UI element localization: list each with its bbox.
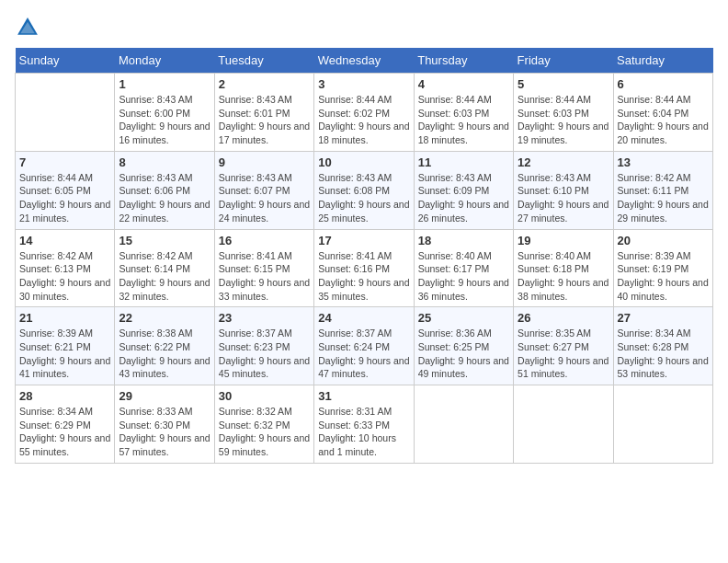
calendar-cell: 4Sunrise: 8:44 AMSunset: 6:03 PMDaylight… — [414, 74, 513, 152]
day-number: 29 — [119, 389, 210, 403]
calendar-cell: 19Sunrise: 8:40 AMSunset: 6:18 PMDayligh… — [514, 229, 613, 307]
calendar-cell — [514, 385, 613, 464]
day-info: Sunrise: 8:35 AMSunset: 6:27 PMDaylight:… — [518, 327, 609, 381]
weekday-friday: Friday — [514, 48, 613, 74]
calendar-cell: 24Sunrise: 8:37 AMSunset: 6:24 PMDayligh… — [314, 307, 414, 385]
page-header — [15, 15, 713, 40]
weekday-saturday: Saturday — [613, 48, 712, 74]
calendar-cell: 27Sunrise: 8:34 AMSunset: 6:28 PMDayligh… — [613, 307, 712, 385]
calendar-cell: 23Sunrise: 8:37 AMSunset: 6:23 PMDayligh… — [214, 307, 313, 385]
day-info: Sunrise: 8:42 AMSunset: 6:13 PMDaylight:… — [19, 249, 110, 304]
day-number: 10 — [318, 155, 409, 169]
day-number: 21 — [19, 311, 110, 325]
calendar-cell: 11Sunrise: 8:43 AMSunset: 6:09 PMDayligh… — [414, 151, 513, 229]
calendar-cell: 18Sunrise: 8:40 AMSunset: 6:17 PMDayligh… — [414, 229, 513, 307]
calendar-cell: 28Sunrise: 8:34 AMSunset: 6:29 PMDayligh… — [16, 385, 115, 464]
weekday-tuesday: Tuesday — [214, 48, 313, 74]
day-info: Sunrise: 8:44 AMSunset: 6:03 PMDaylight:… — [418, 93, 509, 147]
day-info: Sunrise: 8:43 AMSunset: 6:07 PMDaylight:… — [219, 171, 310, 225]
day-number: 1 — [119, 77, 210, 91]
day-number: 7 — [19, 155, 110, 169]
week-row-2: 14Sunrise: 8:42 AMSunset: 6:13 PMDayligh… — [16, 229, 713, 307]
day-number: 24 — [318, 311, 409, 325]
day-info: Sunrise: 8:42 AMSunset: 6:11 PMDaylight:… — [618, 171, 709, 225]
calendar-cell — [613, 385, 712, 464]
weekday-thursday: Thursday — [414, 48, 513, 74]
day-info: Sunrise: 8:34 AMSunset: 6:29 PMDaylight:… — [19, 405, 110, 459]
day-info: Sunrise: 8:43 AMSunset: 6:06 PMDaylight:… — [119, 171, 210, 225]
calendar-cell: 16Sunrise: 8:41 AMSunset: 6:15 PMDayligh… — [214, 229, 313, 307]
day-number: 14 — [19, 234, 110, 247]
day-number: 23 — [219, 311, 310, 325]
calendar-cell: 25Sunrise: 8:36 AMSunset: 6:25 PMDayligh… — [414, 307, 513, 385]
weekday-header-row: SundayMondayTuesdayWednesdayThursdayFrid… — [16, 48, 713, 74]
day-info: Sunrise: 8:40 AMSunset: 6:17 PMDaylight:… — [418, 249, 509, 304]
calendar-cell: 29Sunrise: 8:33 AMSunset: 6:30 PMDayligh… — [115, 385, 214, 464]
day-number: 2 — [219, 77, 310, 91]
day-number: 30 — [219, 389, 310, 403]
day-info: Sunrise: 8:41 AMSunset: 6:15 PMDaylight:… — [219, 249, 310, 304]
day-info: Sunrise: 8:40 AMSunset: 6:18 PMDaylight:… — [518, 249, 609, 304]
day-info: Sunrise: 8:37 AMSunset: 6:24 PMDaylight:… — [318, 327, 409, 381]
day-number: 8 — [119, 155, 210, 169]
calendar-cell — [414, 385, 513, 464]
day-number: 26 — [518, 311, 609, 325]
day-info: Sunrise: 8:43 AMSunset: 6:08 PMDaylight:… — [318, 171, 409, 225]
calendar-cell: 8Sunrise: 8:43 AMSunset: 6:06 PMDaylight… — [115, 151, 214, 229]
weekday-wednesday: Wednesday — [314, 48, 414, 74]
calendar-cell: 13Sunrise: 8:42 AMSunset: 6:11 PMDayligh… — [613, 151, 712, 229]
day-number: 18 — [418, 234, 509, 247]
day-number: 16 — [219, 234, 310, 247]
day-info: Sunrise: 8:37 AMSunset: 6:23 PMDaylight:… — [219, 327, 310, 381]
day-number: 13 — [618, 155, 709, 169]
calendar-cell: 21Sunrise: 8:39 AMSunset: 6:21 PMDayligh… — [16, 307, 115, 385]
day-info: Sunrise: 8:44 AMSunset: 6:04 PMDaylight:… — [618, 93, 709, 147]
day-info: Sunrise: 8:32 AMSunset: 6:32 PMDaylight:… — [219, 405, 310, 459]
day-number: 5 — [518, 77, 609, 91]
calendar-cell: 22Sunrise: 8:38 AMSunset: 6:22 PMDayligh… — [115, 307, 214, 385]
day-info: Sunrise: 8:44 AMSunset: 6:03 PMDaylight:… — [518, 93, 609, 147]
calendar-cell: 17Sunrise: 8:41 AMSunset: 6:16 PMDayligh… — [314, 229, 414, 307]
calendar-cell: 14Sunrise: 8:42 AMSunset: 6:13 PMDayligh… — [16, 229, 115, 307]
day-number: 19 — [518, 234, 609, 247]
day-number: 20 — [618, 234, 709, 247]
day-number: 6 — [618, 77, 709, 91]
day-info: Sunrise: 8:44 AMSunset: 6:02 PMDaylight:… — [318, 93, 409, 147]
day-info: Sunrise: 8:39 AMSunset: 6:21 PMDaylight:… — [19, 327, 110, 381]
calendar-cell: 7Sunrise: 8:44 AMSunset: 6:05 PMDaylight… — [16, 151, 115, 229]
day-info: Sunrise: 8:43 AMSunset: 6:09 PMDaylight:… — [418, 171, 509, 225]
day-info: Sunrise: 8:31 AMSunset: 6:33 PMDaylight:… — [318, 405, 409, 459]
day-number: 12 — [518, 155, 609, 169]
day-number: 17 — [318, 234, 409, 247]
day-info: Sunrise: 8:33 AMSunset: 6:30 PMDaylight:… — [119, 405, 210, 459]
week-row-0: 1Sunrise: 8:43 AMSunset: 6:00 PMDaylight… — [16, 74, 713, 152]
calendar-cell: 2Sunrise: 8:43 AMSunset: 6:01 PMDaylight… — [214, 74, 313, 152]
calendar-cell: 20Sunrise: 8:39 AMSunset: 6:19 PMDayligh… — [613, 229, 712, 307]
week-row-1: 7Sunrise: 8:44 AMSunset: 6:05 PMDaylight… — [16, 151, 713, 229]
logo — [15, 15, 44, 40]
calendar-cell: 10Sunrise: 8:43 AMSunset: 6:08 PMDayligh… — [314, 151, 414, 229]
calendar-cell: 15Sunrise: 8:42 AMSunset: 6:14 PMDayligh… — [115, 229, 214, 307]
day-number: 4 — [418, 77, 509, 91]
calendar-cell: 3Sunrise: 8:44 AMSunset: 6:02 PMDaylight… — [314, 74, 414, 152]
calendar-table: SundayMondayTuesdayWednesdayThursdayFrid… — [15, 48, 713, 464]
calendar-cell: 30Sunrise: 8:32 AMSunset: 6:32 PMDayligh… — [214, 385, 313, 464]
weekday-monday: Monday — [115, 48, 214, 74]
day-number: 27 — [618, 311, 709, 325]
calendar-cell: 5Sunrise: 8:44 AMSunset: 6:03 PMDaylight… — [514, 74, 613, 152]
day-number: 9 — [219, 155, 310, 169]
calendar-cell: 1Sunrise: 8:43 AMSunset: 6:00 PMDaylight… — [115, 74, 214, 152]
logo-icon — [15, 15, 40, 40]
day-info: Sunrise: 8:38 AMSunset: 6:22 PMDaylight:… — [119, 327, 210, 381]
week-row-3: 21Sunrise: 8:39 AMSunset: 6:21 PMDayligh… — [16, 307, 713, 385]
day-info: Sunrise: 8:43 AMSunset: 6:01 PMDaylight:… — [219, 93, 310, 147]
day-info: Sunrise: 8:36 AMSunset: 6:25 PMDaylight:… — [418, 327, 509, 381]
calendar-cell: 26Sunrise: 8:35 AMSunset: 6:27 PMDayligh… — [514, 307, 613, 385]
calendar-cell — [16, 74, 115, 152]
weekday-sunday: Sunday — [16, 48, 115, 74]
day-info: Sunrise: 8:44 AMSunset: 6:05 PMDaylight:… — [19, 171, 110, 225]
day-number: 25 — [418, 311, 509, 325]
calendar-cell: 6Sunrise: 8:44 AMSunset: 6:04 PMDaylight… — [613, 74, 712, 152]
day-info: Sunrise: 8:42 AMSunset: 6:14 PMDaylight:… — [119, 249, 210, 304]
day-info: Sunrise: 8:41 AMSunset: 6:16 PMDaylight:… — [318, 249, 409, 304]
